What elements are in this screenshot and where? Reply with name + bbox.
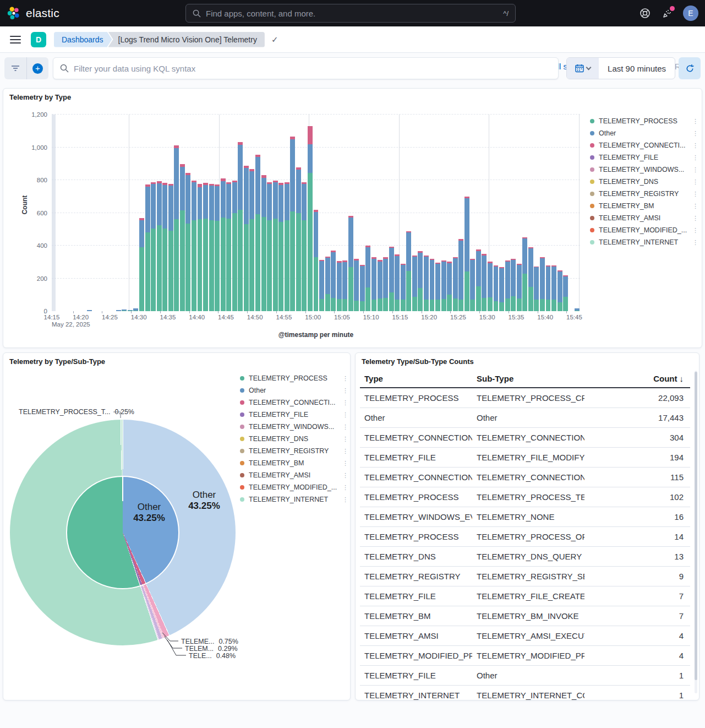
legend-actions-icon[interactable]: ⋮ [692,192,698,196]
bar-stack[interactable] [337,261,342,311]
bar-stack[interactable] [203,183,208,311]
bar-stack[interactable] [296,167,301,311]
legend-actions-icon[interactable]: ⋮ [342,388,348,393]
bar-stack[interactable] [540,257,545,311]
table-row[interactable]: TELEMETRY_PROCESSTELEMETRY_PROCESS_OPEN1… [360,527,690,547]
bar-stack[interactable] [314,210,319,311]
legend-item[interactable]: TELEMETRY_REGISTRY⋮ [240,445,348,457]
help-icon[interactable] [639,7,651,19]
bar-stack[interactable] [302,182,307,311]
legend-item[interactable]: TELEMETRY_AMSI⋮ [590,212,698,224]
bar-stack[interactable] [285,182,289,311]
bar-stack[interactable] [453,257,458,311]
table-row[interactable]: TELEMETRY_AMSITELEMETRY_AMSI_EXECUTE4 [360,626,690,646]
legend-item[interactable]: TELEMETRY_MODIFIED_...⋮ [590,224,698,236]
bar-stack[interactable] [505,260,510,311]
legend-item[interactable]: TELEMETRY_DNS⋮ [590,176,698,188]
bar-stack[interactable] [133,308,138,311]
bar-stack[interactable] [517,264,522,311]
column-header-count[interactable]: Count↓ [584,374,690,383]
bar-stack[interactable] [494,265,499,311]
bar-stack[interactable] [354,259,359,311]
column-header-type[interactable]: Type [364,374,472,383]
table-row[interactable]: OtherOther17,443 [360,408,690,428]
legend-item[interactable]: TELEMETRY_BM⋮ [590,200,698,212]
table-row[interactable]: TELEMETRY_BMTELEMETRY_BM_INVOKE7 [360,606,690,626]
bar-stack[interactable] [418,251,423,311]
legend-actions-icon[interactable]: ⋮ [342,412,348,417]
bar-stack[interactable] [406,231,411,311]
table-row[interactable]: TELEMETRY_CONNECTIONTELEMETRY_CONNECTION… [360,428,690,448]
bar-stack[interactable] [360,265,365,311]
legend-item[interactable]: Other⋮ [590,127,698,139]
filter-options-button[interactable] [4,57,26,79]
legend-item[interactable]: TELEMETRY_AMSI⋮ [240,469,348,481]
bar-stack[interactable] [198,184,203,311]
bar-stack[interactable] [424,256,429,311]
bar-stack[interactable] [470,259,475,311]
time-range-value[interactable]: Last 90 minutes [599,58,675,79]
legend-item[interactable]: TELEMETRY_BM⋮ [240,457,348,469]
elastic-logo[interactable]: elastic [0,6,110,20]
table-row[interactable]: TELEMETRY_CONNECTIONTELEMETRY_CONNECTION… [360,468,690,487]
legend-actions-icon[interactable]: ⋮ [342,497,348,502]
legend-item[interactable]: TELEMETRY_DNS⋮ [240,433,348,445]
refresh-button[interactable] [679,57,701,79]
bar-stack[interactable] [482,254,487,311]
bar-stack[interactable] [168,184,173,311]
legend-actions-icon[interactable]: ⋮ [342,473,348,477]
bar-stack[interactable] [378,260,382,311]
legend-actions-icon[interactable]: ⋮ [692,240,698,245]
bar-stack[interactable] [244,166,249,311]
bar-stack[interactable] [511,259,516,311]
bar-stack[interactable] [308,126,313,311]
legend-actions-icon[interactable]: ⋮ [692,119,698,123]
legend-actions-icon[interactable]: ⋮ [692,180,698,184]
legend-actions-icon[interactable]: ⋮ [342,461,348,465]
table-row[interactable]: TELEMETRY_DNSTELEMETRY_DNS_QUERY13 [360,547,690,567]
global-search-input[interactable]: Find apps, content, and more. ^/ [185,4,516,23]
bar-stack[interactable] [180,164,185,311]
table-scrollbar-thumb[interactable] [695,372,697,680]
bar-stack[interactable] [412,256,417,311]
bar-stack[interactable] [447,262,452,311]
legend-actions-icon[interactable]: ⋮ [342,400,348,405]
legend-item[interactable]: TELEMETRY_PROCESS⋮ [240,372,348,384]
legend-item[interactable]: TELEMETRY_INTERNET⋮ [240,493,348,506]
bar-stack[interactable] [151,182,156,311]
bar-stack[interactable] [185,173,190,311]
legend-actions-icon[interactable]: ⋮ [692,228,698,232]
bar-stack[interactable] [116,310,121,311]
bar-stack[interactable] [174,145,179,311]
legend-actions-icon[interactable]: ⋮ [692,143,698,148]
bar-stack[interactable] [261,175,266,311]
legend-item[interactable]: TELEMETRY_CONNECTI...⋮ [590,139,698,151]
bar-stack[interactable] [255,155,260,311]
bar-stack[interactable] [435,263,440,311]
bar-stack[interactable] [273,181,278,311]
table-row[interactable]: TELEMETRY_INTERNETTELEMETRY_INTERNET_CON… [360,686,690,700]
bar-stack[interactable] [528,247,533,311]
legend-actions-icon[interactable]: ⋮ [342,376,348,381]
bar-stack[interactable] [157,181,162,311]
breadcrumb-dashboards[interactable]: Dashboards [54,32,112,47]
bar-stack[interactable] [87,310,92,311]
legend-item[interactable]: TELEMETRY_MODIFIED_...⋮ [240,481,348,493]
table-row[interactable]: TELEMETRY_FILETELEMETRY_FILE_CREATE7 [360,586,690,606]
bar-stack[interactable] [371,257,376,311]
legend-actions-icon[interactable]: ⋮ [342,437,348,441]
legend-item[interactable]: TELEMETRY_CONNECTI...⋮ [240,396,348,409]
bar-stack[interactable] [278,183,283,311]
bar-stack[interactable] [232,181,237,311]
bar-stack[interactable] [464,197,469,311]
bar-stack[interactable] [348,216,353,311]
bar-stack[interactable] [267,182,272,311]
bar-stack[interactable] [192,181,196,311]
bar-stack[interactable] [551,265,556,311]
table-row[interactable]: TELEMETRY_REGISTRYTELEMETRY_REGISTRY_SET… [360,567,690,586]
bar-stack[interactable] [389,247,394,311]
legend-item[interactable]: TELEMETRY_WINDOWS...⋮ [240,421,348,433]
legend-item[interactable]: Other⋮ [240,384,348,396]
bar-stack[interactable] [221,178,226,311]
menu-icon[interactable] [10,36,21,44]
